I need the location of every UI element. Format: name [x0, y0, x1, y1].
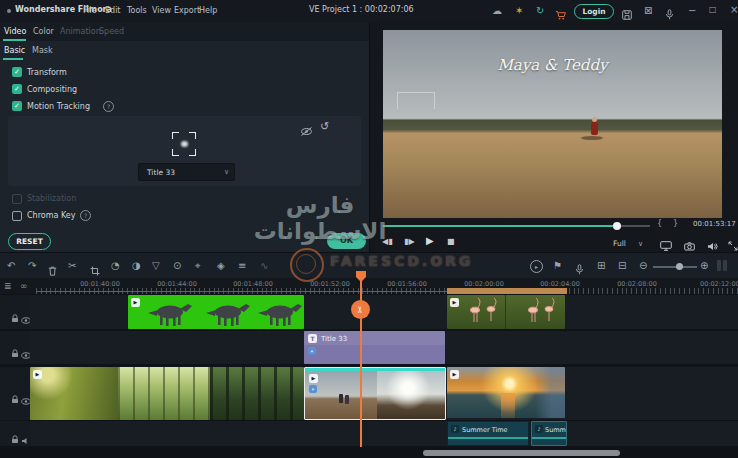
panel-resize-bar[interactable] [717, 260, 721, 271]
zoom-out-icon[interactable]: ⊖ [639, 260, 647, 271]
tab-video[interactable]: Video [4, 27, 26, 36]
menu-edit[interactable]: Edit [105, 6, 121, 15]
undo-icon[interactable]: ↶ [7, 260, 15, 271]
filmora-window: Wondershare Filmora File Edit Tools View… [0, 0, 738, 458]
tab-color[interactable]: Color [33, 27, 54, 36]
tracker-target-dropdown[interactable]: Title 33 ∨ [138, 163, 235, 181]
chroma-key-help-icon[interactable]: ? [80, 210, 91, 221]
zoom-in-icon[interactable]: ⊕ [700, 260, 708, 271]
forest-segment [210, 367, 304, 420]
person-figure [591, 122, 598, 135]
zoom-slider-handle[interactable] [676, 263, 683, 270]
fit-mode-dropdown[interactable]: Full [613, 239, 626, 248]
speed-icon[interactable]: ◔ [111, 260, 120, 271]
lock-icon[interactable] [11, 343, 19, 362]
screen-record-icon[interactable]: ⊞ [597, 260, 605, 271]
stabilization-checkbox[interactable] [12, 194, 22, 204]
compositing-checkbox[interactable]: ✓ [12, 84, 22, 94]
lock-icon[interactable] [11, 429, 19, 448]
unrendered-indicator [36, 291, 447, 292]
music-clip-label: Summer [545, 426, 566, 434]
manage-tracks-icon[interactable]: ≣ [4, 282, 12, 291]
clip-forest[interactable]: ▶ [30, 367, 304, 420]
panel-subtabstrip: Basic Mask [0, 41, 369, 60]
panel-resize-bar[interactable] [723, 260, 727, 271]
chroma-key-checkbox[interactable] [12, 211, 22, 221]
marker-flag-icon[interactable]: ⚑ [553, 260, 562, 271]
timeline-scrollbar[interactable] [423, 450, 620, 456]
ruler-label: 00:01:44:00 [142, 280, 212, 288]
timeline-ruler[interactable]: ≣ ∞ 00:01:40:00 00:01:44:00 00:01:48:00 … [0, 278, 738, 294]
duration-timer-icon[interactable]: ⊙ [173, 260, 181, 271]
snap-icon[interactable]: ⊟ [618, 260, 626, 271]
clip-beach-selected[interactable]: ▶ ⌖ [304, 367, 446, 420]
playhead-line[interactable] [360, 272, 362, 447]
motion-tracking-help-icon[interactable]: ? [103, 101, 114, 112]
transform-checkbox[interactable]: ✓ [12, 67, 22, 77]
mute-speaker-icon[interactable] [21, 430, 30, 449]
fit-mode-value: Full [613, 239, 626, 248]
adjust-sliders-icon[interactable]: ≡ [238, 260, 246, 271]
voiceover-mic-icon[interactable] [575, 260, 584, 279]
color-correction-icon[interactable]: ◑ [132, 260, 141, 271]
preview-video[interactable]: Maya & Teddy [383, 30, 722, 218]
clip-green-screen-dinosaurs[interactable]: ▶ [128, 295, 304, 329]
subtab-mask[interactable]: Mask [32, 46, 53, 55]
lock-icon[interactable] [11, 308, 19, 327]
render-preview-icon[interactable]: ▸ [530, 260, 543, 273]
menu-tools[interactable]: Tools [127, 6, 147, 15]
split-scissors-icon[interactable]: ✂ [68, 260, 76, 271]
beach-segment [377, 371, 446, 419]
upgrade-icon[interactable]: ✶ [515, 6, 523, 16]
track4[interactable] [30, 421, 738, 446]
tracking-target-icon[interactable] [172, 132, 196, 156]
preview-timecode: 00:01:53:17 [693, 220, 736, 228]
menu-view[interactable]: View [152, 6, 171, 15]
auto-ripple-icon[interactable]: ∞ [20, 282, 28, 291]
minimize-button[interactable]: − [688, 6, 696, 16]
menu-help[interactable]: Help [199, 6, 217, 15]
clip-title[interactable]: T Title 33 ⌖ [304, 331, 445, 364]
ruler-label: 00:01:56:00 [372, 280, 442, 288]
keyframe-icon[interactable]: ◈ [217, 260, 225, 271]
motion-track-icon[interactable]: ⌖ [195, 260, 201, 272]
play-button[interactable]: ▶ [426, 236, 434, 246]
motion-tracking-checkbox[interactable]: ✓ [12, 101, 22, 111]
reset-button[interactable]: RESET [8, 233, 51, 250]
transform-label: Transform [27, 68, 67, 77]
step-back-button[interactable]: ◀▮ [382, 238, 393, 246]
export-mode-icon[interactable]: ⊠ [644, 6, 652, 16]
close-button[interactable]: × [730, 5, 738, 15]
step-forward-button[interactable]: ▮▶ [404, 238, 415, 246]
maximize-button[interactable]: □ [709, 6, 717, 14]
title-clip-label: Title 33 [321, 335, 347, 343]
clip-flamingos[interactable]: ▶ [447, 295, 565, 329]
seek-handle[interactable] [613, 222, 621, 230]
track1-header [0, 295, 30, 329]
subtab-basic[interactable]: Basic [4, 46, 25, 55]
fit-chevron-icon[interactable]: ∨ [638, 241, 643, 248]
lock-icon[interactable] [11, 389, 19, 408]
login-button[interactable]: Login [574, 4, 614, 19]
audio-mixer-icon[interactable]: ∿ [260, 260, 268, 271]
track3-header [0, 367, 30, 420]
menu-export[interactable]: Export [174, 6, 200, 15]
hide-tracker-icon[interactable] [300, 122, 313, 141]
clip-sunset[interactable]: ▶ [447, 367, 565, 418]
reset-tracker-icon[interactable]: ↺ [320, 121, 329, 132]
tab-speed[interactable]: Speed [99, 27, 124, 36]
clip-music-summer[interactable]: ♪ Summer [531, 421, 567, 446]
mark-out-icon[interactable]: } [673, 220, 678, 228]
sync-icon[interactable]: ↻ [536, 6, 544, 16]
menu-file[interactable]: File [83, 6, 96, 15]
zoom-slider-track[interactable] [653, 266, 697, 268]
playhead-split-scissors[interactable]: ✂ [351, 300, 370, 319]
redo-icon[interactable]: ↷ [28, 260, 36, 271]
cloud-icon[interactable]: ☁ [492, 6, 502, 16]
mark-in-icon[interactable]: { [657, 220, 662, 228]
green-screen-icon[interactable]: ▽ [152, 260, 160, 271]
stop-button[interactable]: ■ [447, 238, 455, 246]
ok-button[interactable]: OK [327, 233, 366, 249]
clip-music-summer-time[interactable]: ♪ Summer Time [447, 421, 529, 446]
tab-animation[interactable]: Animation [60, 27, 101, 36]
